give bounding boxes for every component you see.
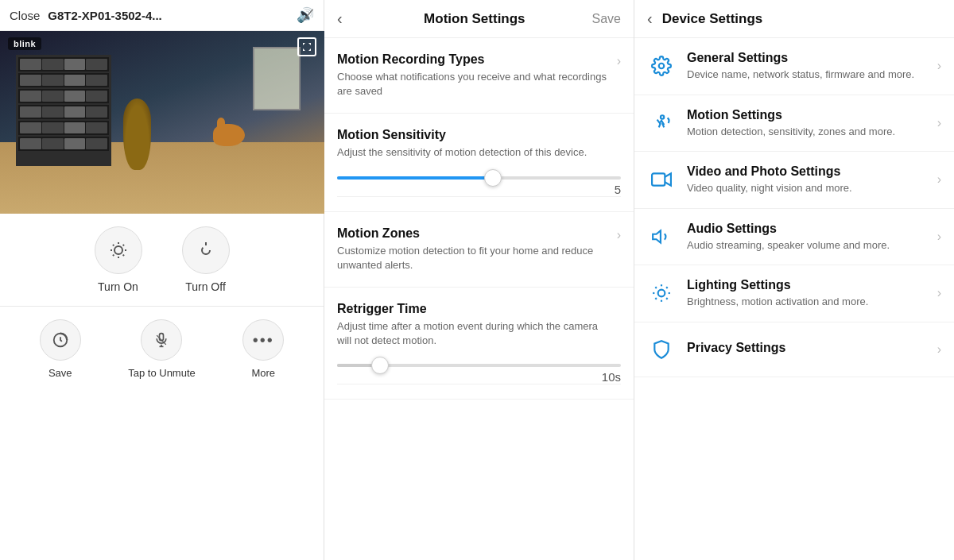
retrigger-time-item: Retrigger Time Adjust time after a motio… [324, 288, 634, 400]
controls-area: Turn On Turn Off [0, 214, 324, 560]
chevron-right-icon: › [937, 286, 941, 300]
close-button[interactable]: Close [10, 9, 40, 22]
motion-settings-list: Motion Recording Types Choose what notif… [324, 38, 634, 560]
camera-header: Close G8T2-XP01-3502-4... 🔊̸ [0, 0, 324, 31]
svg-marker-19 [653, 230, 661, 242]
audio-settings-title: Audio Settings [687, 222, 931, 236]
speaker-icon [647, 222, 676, 251]
chevron-right-icon: › [937, 59, 941, 73]
svg-point-20 [658, 290, 665, 297]
device-settings-panel: ‹ Device Settings General Settings Devic… [634, 0, 954, 560]
sensitivity-slider-thumb[interactable] [484, 169, 502, 187]
privacy-icon [647, 335, 676, 364]
chevron-right-icon: › [937, 342, 941, 357]
privacy-settings-item[interactable]: Privacy Settings › [634, 322, 954, 377]
left-panel: Close G8T2-XP01-3502-4... 🔊̸ blink [0, 0, 324, 560]
tap-to-unmute-label: Tap to Unmute [128, 367, 196, 379]
svg-line-5 [112, 245, 113, 245]
scene-window [253, 47, 301, 110]
turn-off-icon-circle [182, 226, 230, 274]
video-photo-settings-item[interactable]: Video and Photo Settings Video quality, … [634, 152, 954, 209]
motion-zones-item[interactable]: Motion Zones Customize motion detection … [324, 212, 634, 288]
video-photo-settings-title: Video and Photo Settings [687, 164, 931, 179]
divider [0, 306, 324, 307]
svg-line-25 [655, 288, 657, 289]
motion-settings-title: Motion Settings [352, 11, 597, 27]
motion-settings-device-item[interactable]: Motion Settings Motion detection, sensit… [634, 95, 954, 153]
back-button[interactable]: ‹ [337, 10, 343, 28]
save-icon-circle [40, 319, 81, 361]
motion-recording-types-title: Motion Recording Types [337, 52, 609, 67]
retrigger-time-title: Retrigger Time [337, 302, 613, 316]
svg-line-8 [122, 245, 123, 245]
retrigger-slider-thumb[interactable] [371, 357, 389, 374]
chevron-right-icon: › [937, 230, 941, 244]
turn-on-button[interactable]: Turn On [95, 226, 142, 293]
camera-feed: blink [0, 31, 324, 214]
scene-bookshelf [16, 55, 111, 166]
privacy-settings-title: Privacy Settings [687, 341, 931, 355]
motion-zones-desc: Customize motion detection to fit your h… [337, 244, 609, 272]
sensitivity-slider-fill [337, 176, 493, 180]
general-settings-desc: Device name, network status, firmware an… [687, 68, 931, 82]
motion-person-icon [647, 109, 676, 137]
fullscreen-icon[interactable] [297, 37, 316, 56]
microphone-icon-circle [141, 319, 182, 361]
turn-off-button[interactable]: Turn Off [182, 226, 230, 293]
audio-settings-desc: Audio streaming, speaker volume and more… [687, 238, 931, 253]
gear-icon [647, 52, 676, 80]
chevron-right-icon: › [617, 54, 621, 68]
general-settings-item[interactable]: General Settings Device name, network st… [634, 38, 954, 95]
camera-scene [0, 31, 324, 214]
retrigger-time-desc: Adjust time after a motion event during … [337, 319, 613, 348]
video-photo-settings-desc: Video quality, night vision and more. [687, 181, 931, 195]
device-settings-back-button[interactable]: ‹ [647, 10, 653, 28]
device-id: G8T2-XP01-3502-4... [48, 9, 289, 22]
motion-sensitivity-title: Motion Sensitivity [337, 128, 613, 142]
audio-settings-item[interactable]: Audio Settings Audio streaming, speaker … [634, 209, 954, 266]
btn-row: Turn On Turn Off [0, 226, 324, 306]
svg-line-28 [666, 288, 668, 289]
motion-zones-title: Motion Zones [337, 226, 609, 241]
tap-to-unmute-button[interactable]: Tap to Unmute [128, 319, 196, 379]
motion-recording-types-item[interactable]: Motion Recording Types Choose what notif… [324, 38, 634, 114]
sensitivity-value: 5 [337, 183, 621, 196]
svg-point-16 [659, 64, 665, 69]
motion-settings-panel: ‹ Motion Settings Save Motion Recording … [324, 0, 634, 560]
svg-line-26 [666, 299, 668, 300]
motion-settings-device-title: Motion Settings [687, 108, 931, 122]
device-settings-header: ‹ Device Settings [634, 0, 954, 38]
turn-off-label: Turn Off [185, 280, 226, 293]
svg-line-7 [112, 255, 113, 256]
general-settings-title: General Settings [687, 51, 931, 65]
svg-line-6 [122, 255, 123, 256]
device-settings-title: Device Settings [662, 11, 763, 27]
blink-badge: blink [8, 37, 41, 50]
chevron-right-icon: › [937, 172, 941, 187]
action-row: Save Tap to Unmute ••• [0, 313, 324, 379]
more-button[interactable]: ••• More [242, 319, 284, 379]
device-settings-list: General Settings Device name, network st… [634, 38, 954, 560]
save-label: Save [48, 367, 72, 379]
motion-sensitivity-item: Motion Sensitivity Adjust the sensitivit… [324, 114, 634, 211]
lighting-settings-item[interactable]: Lighting Settings Brightness, motion act… [634, 265, 954, 322]
turn-on-label: Turn On [98, 280, 138, 293]
lighting-icon [647, 279, 676, 307]
lighting-settings-desc: Brightness, motion activation and more. [687, 295, 931, 309]
save-action-button[interactable]: Save [592, 12, 621, 26]
mute-icon[interactable]: 🔊̸ [297, 6, 314, 24]
motion-settings-header: ‹ Motion Settings Save [324, 0, 634, 38]
video-icon [647, 165, 676, 194]
save-button[interactable]: Save [40, 319, 81, 379]
svg-point-9 [202, 246, 210, 254]
more-icon-circle: ••• [242, 319, 284, 361]
turn-on-icon-circle [95, 226, 142, 274]
motion-sensitivity-desc: Adjust the sensitivity of motion detecti… [337, 145, 613, 160]
chevron-right-icon: › [937, 116, 941, 130]
svg-point-0 [114, 246, 122, 254]
lighting-settings-title: Lighting Settings [687, 278, 931, 292]
motion-recording-types-desc: Choose what notifications you receive an… [337, 70, 609, 98]
svg-point-17 [661, 115, 664, 118]
chevron-right-icon: › [617, 228, 621, 242]
more-label: More [251, 367, 275, 379]
